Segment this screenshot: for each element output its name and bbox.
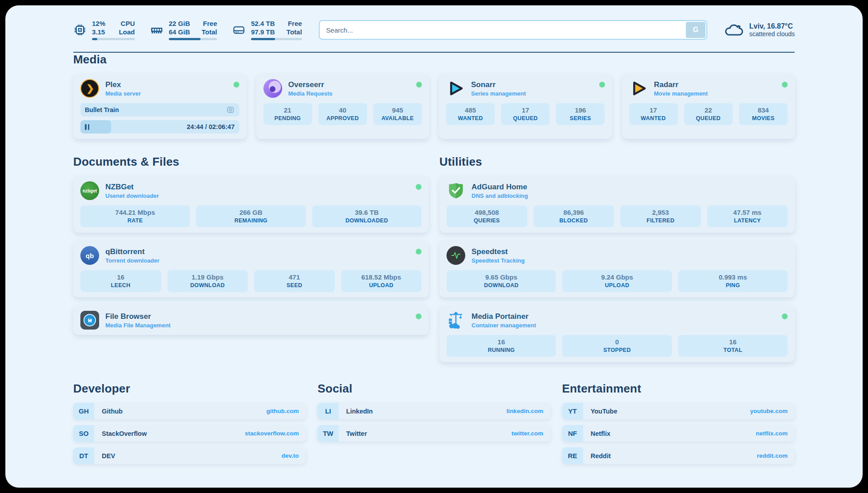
stat-box: 2,953 FILTERED — [620, 205, 701, 227]
search-input[interactable] — [320, 21, 685, 39]
link-item-linkedin[interactable]: LI LinkedIn linkedin.com — [317, 403, 550, 419]
link-url[interactable]: stackoverflow.com — [245, 430, 299, 437]
stat-box: 9.65 Gbps DOWNLOAD — [447, 270, 556, 292]
cpu-loadavg: 3.15 — [92, 28, 105, 37]
disk-free: 52.4 TB — [251, 20, 275, 28]
card-radarr[interactable]: Radarr Movie management 17 WANTED 22 QUE… — [622, 74, 795, 139]
link-url[interactable]: twitter.com — [511, 430, 543, 437]
card-filebrowser[interactable]: File Browser Media File Management — [73, 305, 429, 335]
section-title-utilities: Utilities — [439, 155, 795, 169]
card-plex[interactable]: ❯ Plex Media server Bullet Train — [73, 74, 246, 139]
stat-box: 0.993 ms PING — [678, 270, 788, 292]
link-badge: NF — [562, 425, 583, 442]
ram-label-2: Total — [202, 28, 217, 37]
stat-box: 945 AVAILABLE — [373, 103, 422, 125]
ram-icon — [150, 23, 163, 37]
adguard-icon — [447, 181, 465, 200]
link-url[interactable]: netflix.com — [756, 430, 788, 437]
cpu-progress-track — [92, 38, 135, 40]
stat-label: TOTAL — [680, 347, 786, 353]
card-sonarr[interactable]: Sonarr Series management 485 WANTED 17 Q… — [439, 74, 612, 139]
link-url[interactable]: reddit.com — [757, 452, 788, 459]
cloud-icon — [724, 22, 744, 38]
stat-label: BLOCKED — [535, 217, 613, 224]
card-speedtest[interactable]: Speedtest Speedtest Tracking 9.65 Gbps D… — [439, 241, 795, 297]
stat-value: 744.21 Mbps — [82, 209, 188, 216]
qbittorrent-icon: qb — [80, 246, 99, 265]
disk-label-1: Free — [288, 20, 302, 28]
stat-value: 196 — [558, 106, 603, 114]
stat-value: 16 — [448, 338, 554, 346]
search-engine-button[interactable]: G — [686, 22, 705, 38]
link-item-youtube[interactable]: YT YouTube youtube.com — [562, 403, 795, 419]
utilities-column: Utilities — [439, 155, 795, 362]
link-url[interactable]: youtube.com — [750, 408, 788, 414]
link-badge: DT — [73, 447, 94, 464]
card-adguard[interactable]: AdGuard Home DNS and adblocking 498,508 … — [439, 176, 795, 233]
developer-section: Developer GH Github github.com SO StackO… — [73, 382, 306, 464]
link-name: Twitter — [346, 430, 367, 437]
link-name: LinkedIn — [346, 408, 373, 415]
card-portainer[interactable]: Media Portainer Container management 16 … — [439, 305, 795, 362]
session-icon[interactable] — [226, 105, 235, 114]
stat-box: 618.52 Mbps UPLOAD — [341, 270, 422, 292]
stat-label: SERIES — [558, 115, 603, 121]
app-name: File Browser — [105, 312, 171, 321]
stat-value: 2,953 — [622, 209, 699, 216]
card-qbittorrent[interactable]: qb qBittorrent Torrent downloader 16 — [73, 241, 429, 297]
nzbget-icon: nzbget — [80, 181, 99, 200]
sonarr-icon — [446, 79, 465, 98]
weather-condition: scattered clouds — [749, 30, 795, 38]
stat-box: 1.19 Gbps DOWNLOAD — [167, 270, 248, 292]
app-name: Radarr — [654, 80, 708, 89]
stat-box: 196 SERIES — [556, 103, 605, 125]
stat-value: 0.993 ms — [680, 273, 786, 281]
cpu-progress-fill — [92, 38, 97, 40]
link-item-dev[interactable]: DT DEV dev.to — [73, 447, 306, 464]
link-badge: YT — [562, 403, 583, 419]
stat-box: 22 QUEUED — [684, 103, 733, 125]
stat-label: QUEUED — [503, 115, 548, 121]
playback-progress-row: 24:44 / 02:06:47 — [80, 120, 239, 134]
app-subtitle: DNS and adblocking — [472, 192, 528, 199]
card-overseerr[interactable]: Overseerr Media Requests 21 PENDING 40 A… — [256, 74, 430, 139]
stat-box: 16 RUNNING — [447, 335, 556, 357]
stat-box: 498,508 QUERIES — [447, 205, 527, 227]
link-url[interactable]: dev.to — [282, 452, 299, 459]
link-item-stackoverflow[interactable]: SO StackOverflow stackoverflow.com — [73, 425, 306, 442]
status-dot — [416, 313, 421, 319]
link-url[interactable]: linkedin.com — [506, 408, 543, 414]
link-url[interactable]: github.com — [267, 408, 299, 414]
link-item-twitter[interactable]: TW Twitter twitter.com — [317, 425, 550, 442]
now-playing-title: Bullet Train — [85, 106, 119, 113]
plex-icon: ❯ — [80, 79, 99, 98]
stat-label: REMAINING — [198, 217, 304, 224]
now-playing-row: Bullet Train — [80, 103, 239, 117]
section-title-entertainment: Entertainment — [562, 382, 795, 396]
weather-location-temp: Lviv, 16.87°C — [749, 22, 795, 30]
link-badge: RE — [562, 447, 583, 464]
link-item-github[interactable]: GH Github github.com — [73, 403, 306, 419]
stat-label: FILTERED — [622, 217, 699, 224]
app-name: Plex — [105, 80, 141, 89]
link-item-reddit[interactable]: RE Reddit reddit.com — [562, 447, 795, 464]
link-name: YouTube — [591, 408, 618, 415]
stat-label: WANTED — [631, 115, 676, 121]
stat-box: 266 GB REMAINING — [196, 205, 305, 227]
speedtest-icon — [447, 246, 465, 265]
link-item-netflix[interactable]: NF Netflix netflix.com — [562, 425, 795, 442]
app-subtitle: Series management — [471, 90, 526, 97]
stat-label: LEECH — [82, 282, 159, 288]
stat-value: 86,396 — [535, 209, 613, 216]
stat-label: STOPPED — [564, 347, 670, 353]
pause-icon[interactable] — [85, 124, 89, 130]
overseerr-icon — [263, 79, 282, 98]
card-nzbget[interactable]: nzbget NZBGet Usenet downloader 744.21 M… — [73, 176, 429, 233]
media-cards-row: ❯ Plex Media server Bullet Train — [73, 74, 795, 139]
stat-value: 618.52 Mbps — [343, 273, 420, 281]
status-dot — [782, 313, 788, 319]
stat-value: 9.24 Gbps — [564, 273, 670, 281]
stat-value: 17 — [631, 106, 676, 114]
section-title-media: Media — [73, 53, 795, 67]
disk-progress-fill — [251, 38, 275, 40]
